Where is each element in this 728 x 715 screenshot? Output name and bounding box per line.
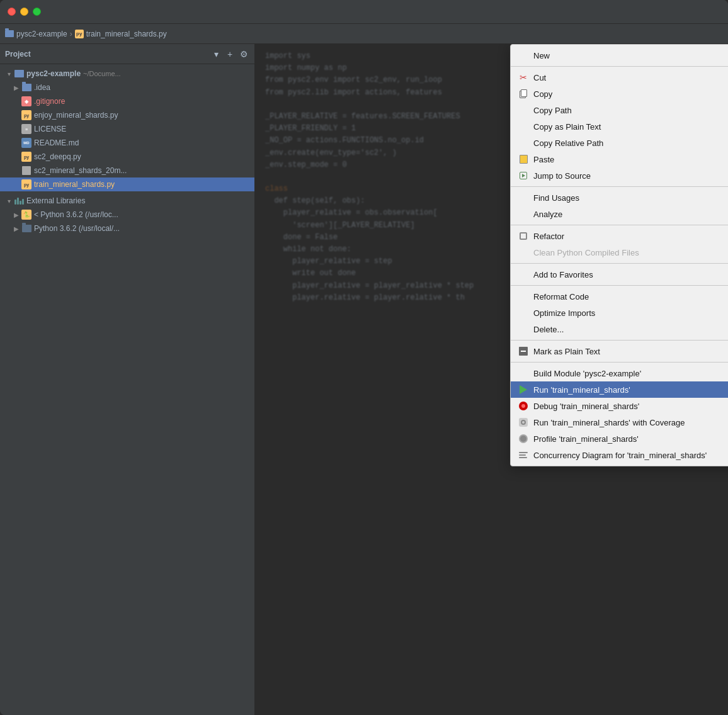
list-item[interactable]: ◈ .gitignore	[0, 94, 254, 108]
profile-icon	[517, 432, 530, 445]
menu-item-new[interactable]: New ▶	[511, 47, 728, 64]
menu-separator	[511, 66, 728, 67]
menu-item-label: Copy Relative Path	[533, 138, 603, 148]
menu-item-run[interactable]: Run 'train_mineral_shards' ^⇧R	[511, 381, 728, 398]
menu-item-label: Delete...	[533, 325, 564, 334]
py-icon: py	[21, 110, 31, 120]
py-file-icon: py	[75, 30, 84, 38]
menu-item-label: Add to Favorites	[533, 270, 593, 279]
menu-item-label: Run 'train_mineral_shards' with Coverage	[533, 418, 685, 427]
menu-item-profile[interactable]: Profile 'train_mineral_shards'	[511, 431, 728, 447]
list-item[interactable]: MD README.md	[0, 136, 254, 150]
breadcrumb-file-item[interactable]: py train_mineral_shards.py	[75, 30, 167, 38]
menu-item-reformat[interactable]: Reformat Code ⌥⌘L	[511, 288, 728, 305]
context-menu: New ▶ ✂ Cut ⌘X	[510, 44, 728, 466]
list-item[interactable]: ≡ LICENSE	[0, 122, 254, 136]
menu-item-label: Concurrency Diagram for 'train_mineral_s…	[533, 451, 707, 460]
menu-item-paste[interactable]: Paste ⌘V	[511, 151, 728, 167]
selected-py-icon: py	[21, 179, 31, 189]
menu-item-label: Debug 'train_mineral_shards'	[533, 402, 639, 411]
lib-folder-icon	[21, 223, 31, 234]
tree-root[interactable]: ▾ pysc2-example ~/Docume...	[0, 67, 254, 81]
menu-item-add-favorites[interactable]: Add to Favorites ▶	[511, 266, 728, 283]
item-label: < Python 3.6.2 (/usr/loc...	[34, 210, 118, 219]
list-item[interactable]: ▶ 🐍 < Python 3.6.2 (/usr/loc...	[0, 208, 254, 222]
minimize-button[interactable]	[20, 8, 28, 16]
menu-separator	[511, 285, 728, 286]
breadcrumb-folder[interactable]: pysc2-example	[5, 30, 67, 38]
list-item[interactable]: ▶ .idea	[0, 81, 254, 94]
list-item[interactable]: py enjoy_mineral_shards.py	[0, 108, 254, 122]
chevron-down-icon: ▾	[5, 197, 13, 205]
sidebar-settings-icon[interactable]: ⚙	[238, 48, 249, 60]
debug-icon	[517, 400, 530, 412]
titlebar	[0, 0, 728, 24]
python-lib-icon: 🐍	[21, 210, 31, 220]
item-label: enjoy_mineral_shards.py	[34, 111, 118, 120]
menu-separator	[511, 362, 728, 363]
menu-item-copy-relative[interactable]: Copy Relative Path ⌥⇧⌘C	[511, 135, 728, 151]
copy-icon	[517, 87, 530, 100]
paste-icon	[517, 153, 530, 166]
menu-item-label: Analyze	[533, 210, 562, 219]
project-tree: ▾ pysc2-example ~/Docume... ▶ .idea	[0, 64, 254, 238]
main-window: pysc2-example › py train_mineral_shards.…	[0, 0, 728, 715]
menu-separator	[511, 340, 728, 341]
chevron-right-icon: ▶	[13, 225, 20, 232]
menu-item-label: Reformat Code	[533, 292, 589, 301]
menu-item-mark-plain[interactable]: Mark as Plain Text	[511, 343, 728, 359]
code-editor[interactable]: import sys import numpy as np from pysc2…	[255, 44, 728, 715]
chevron-down-icon: ▾	[5, 70, 13, 77]
list-item[interactable]: py sc2_deepq.py	[0, 150, 254, 164]
menu-item-copy-path[interactable]: Copy Path ⇧⌘C	[511, 102, 728, 118]
main-layout: Project ▾ + ⚙ ▾ pysc2-example ~/Docume..…	[0, 44, 728, 715]
menu-item-clean-compiled: Clean Python Compiled Files	[511, 244, 728, 261]
menu-item-label: Refactor	[533, 232, 564, 241]
chevron-right-icon: ▶	[13, 211, 20, 218]
close-button[interactable]	[8, 8, 16, 16]
sidebar-add-icon[interactable]: +	[224, 48, 236, 60]
menu-item-cut[interactable]: ✂ Cut ⌘X	[511, 69, 728, 86]
sidebar: Project ▾ + ⚙ ▾ pysc2-example ~/Docume..…	[0, 44, 255, 715]
menu-item-label: Optimize Imports	[533, 308, 595, 318]
breadcrumb-filename: train_mineral_shards.py	[86, 30, 167, 38]
item-label: .gitignore	[34, 97, 65, 106]
sidebar-dropdown-icon[interactable]: ▾	[210, 48, 222, 60]
menu-item-jump-source[interactable]: Jump to Source ⌘↓	[511, 167, 728, 184]
py-icon: py	[21, 152, 31, 162]
item-label: sc2_deepq.py	[34, 152, 81, 161]
item-label: README.md	[34, 138, 79, 147]
menu-item-find-usages[interactable]: Find Usages ⌥F7	[511, 189, 728, 206]
menu-item-label: Run 'train_mineral_shards'	[533, 385, 630, 395]
menu-item-label: Cut	[533, 73, 546, 82]
menu-item-concurrency[interactable]: Concurrency Diagram for 'train_mineral_s…	[511, 447, 728, 463]
menu-item-debug[interactable]: Debug 'train_mineral_shards' ^⇧D	[511, 398, 728, 414]
list-item[interactable]: sc2_mineral_shards_20m...	[0, 164, 254, 177]
menu-item-run-coverage[interactable]: Run 'train_mineral_shards' with Coverage	[511, 414, 728, 431]
menu-item-optimize-imports[interactable]: Optimize Imports ^⌥O	[511, 305, 728, 321]
menu-item-delete[interactable]: Delete... ⌫	[511, 321, 728, 337]
menu-item-analyze[interactable]: Analyze ▶	[511, 206, 728, 222]
concurrency-icon	[517, 449, 530, 461]
selected-file-item[interactable]: py train_mineral_shards.py	[0, 177, 254, 191]
traffic-lights	[8, 8, 41, 16]
external-libraries-item[interactable]: ▾ External Libraries	[0, 194, 254, 208]
menu-item-copy[interactable]: Copy ⌘C	[511, 86, 728, 102]
item-label: LICENSE	[34, 125, 66, 133]
menu-separator	[511, 263, 728, 264]
sidebar-header: Project ▾ + ⚙	[0, 44, 254, 64]
breadcrumb-separator: ›	[70, 30, 72, 38]
breadcrumb: pysc2-example › py train_mineral_shards.…	[0, 24, 728, 44]
cut-icon: ✂	[517, 71, 530, 84]
menu-item-copy-plain[interactable]: Copy as Plain Text	[511, 118, 728, 135]
menu-item-build-module[interactable]: Build Module 'pysc2-example'	[511, 365, 728, 381]
maximize-button[interactable]	[33, 8, 41, 16]
jump-icon	[517, 169, 530, 182]
menu-item-label: Paste	[533, 155, 554, 164]
list-item[interactable]: ▶ Python 3.6.2 (/usr/local/...	[0, 222, 254, 235]
menu-separator	[511, 186, 728, 187]
menu-item-refactor[interactable]: Refactor ▶	[511, 228, 728, 244]
menu-item-label: Find Usages	[533, 193, 579, 203]
item-label: sc2_mineral_shards_20m...	[34, 166, 127, 175]
breadcrumb-project: pysc2-example	[16, 30, 67, 38]
